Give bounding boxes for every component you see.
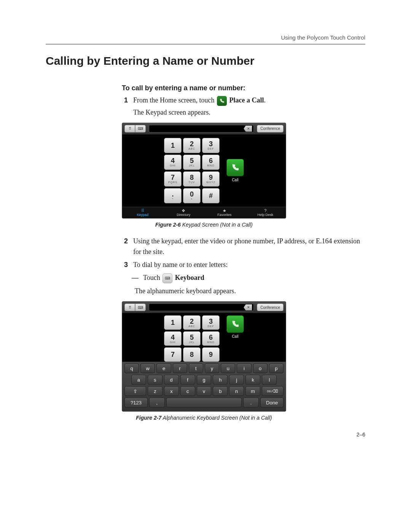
key-c[interactable]: c bbox=[180, 386, 195, 396]
key-n[interactable]: n bbox=[229, 386, 244, 396]
keypad-key-2[interactable]: 2ABC bbox=[183, 315, 201, 330]
keyboard-tab-button[interactable]: ⌨ bbox=[135, 125, 146, 133]
keypad-key-3[interactable]: 3DEF bbox=[202, 315, 220, 330]
step-1: 1 From the Home screen, touch Place a Ca… bbox=[122, 95, 365, 118]
figure-caption-2: Figure 2-7 Alphanumeric Keyboard Screen … bbox=[122, 415, 286, 421]
keypad-key-4[interactable]: 4GHI bbox=[164, 155, 182, 170]
step-text: Using the keypad, enter the video or pho… bbox=[133, 236, 365, 257]
page-title: Calling by Entering a Name or Number bbox=[46, 54, 365, 67]
key-b[interactable]: b bbox=[213, 386, 228, 396]
keyboard-icon: ⌨ bbox=[162, 273, 172, 283]
key-s[interactable]: s bbox=[148, 375, 162, 385]
tab-favorites[interactable]: ★Favorites bbox=[204, 207, 245, 218]
key-l[interactable]: l bbox=[262, 375, 277, 385]
call-label: Call bbox=[232, 178, 238, 182]
keypad-key-2[interactable]: 2ABC bbox=[183, 138, 201, 153]
step-3-bullet: — Touch ⌨ Keyboard bbox=[132, 272, 365, 283]
key-i[interactable]: i bbox=[237, 363, 251, 373]
keypad-tab-button[interactable]: ⠿ bbox=[124, 304, 135, 311]
procedure-heading: To call by entering a name or number: bbox=[122, 84, 365, 92]
keypad-key-3[interactable]: 3DEF bbox=[202, 138, 220, 153]
key-y[interactable]: y bbox=[205, 363, 219, 373]
tab-help-desk[interactable]: ?Help Desk bbox=[245, 207, 286, 218]
call-button[interactable] bbox=[226, 315, 244, 333]
key-w[interactable]: w bbox=[140, 363, 155, 373]
keypad-key-0[interactable]: 0+ bbox=[183, 188, 201, 203]
symbols-key[interactable]: ?123 bbox=[124, 398, 148, 407]
figure-keypad-screen: ⠿ ⌨ ✕ Conference 12ABC3DEF4GHI5JKL6MNO7P… bbox=[122, 123, 365, 219]
keypad-key-5[interactable]: 5JKL bbox=[183, 155, 201, 170]
keypad-key-5[interactable]: 5JKL bbox=[183, 331, 201, 346]
call-button[interactable] bbox=[226, 159, 244, 176]
call-label: Call bbox=[232, 334, 238, 339]
phone-icon bbox=[217, 96, 227, 106]
key-r[interactable]: r bbox=[173, 363, 187, 373]
key-u[interactable]: u bbox=[221, 363, 235, 373]
keypad-key-9[interactable]: 9WXYZ bbox=[202, 171, 220, 187]
step-text-line2: The Keypad screen appears. bbox=[133, 107, 365, 118]
keypad-key-8[interactable]: 8 bbox=[183, 347, 201, 362]
key-a[interactable]: a bbox=[131, 375, 146, 385]
conference-button[interactable]: Conference bbox=[257, 304, 284, 311]
space-key[interactable] bbox=[166, 398, 242, 407]
number-input[interactable]: ✕ bbox=[149, 304, 254, 311]
keypad-key-1[interactable]: 1 bbox=[164, 138, 182, 153]
backspace-button[interactable]: ✕ bbox=[244, 126, 252, 132]
keypad-key-.[interactable]: .* bbox=[164, 188, 182, 203]
key-m[interactable]: m bbox=[245, 386, 260, 396]
qwerty-keyboard: qwertyuiop asdfghjkl ⇧zxcvbnmDEL⌫ ?123,.… bbox=[122, 362, 286, 411]
key-g[interactable]: g bbox=[197, 375, 212, 385]
done-key[interactable]: Done bbox=[260, 398, 284, 407]
keypad-key-7[interactable]: 7PQRS bbox=[164, 171, 182, 187]
keypad-key-1[interactable]: 1 bbox=[164, 315, 182, 330]
step-3-result: The alphanumeric keyboard appears. bbox=[135, 286, 365, 297]
step-number: 2 bbox=[122, 236, 128, 257]
step-number: 3 bbox=[122, 260, 128, 270]
period-key[interactable]: . bbox=[243, 398, 259, 407]
keyboard-tab-button[interactable]: ⌨ bbox=[135, 304, 146, 311]
key-f[interactable]: f bbox=[180, 375, 195, 385]
number-input[interactable]: ✕ bbox=[149, 125, 254, 133]
key-p[interactable]: p bbox=[269, 363, 284, 373]
tab-keypad[interactable]: ⠿Keypad bbox=[122, 207, 163, 218]
keyboard-label: Keyboard bbox=[175, 274, 204, 281]
step-2: 2 Using the keypad, enter the video or p… bbox=[122, 236, 365, 257]
key-k[interactable]: k bbox=[245, 375, 260, 385]
keypad-key-6[interactable]: 6MNO bbox=[202, 155, 220, 170]
key-h[interactable]: h bbox=[213, 375, 228, 385]
keypad-key-9[interactable]: 9 bbox=[202, 347, 220, 362]
key-x[interactable]: x bbox=[164, 386, 179, 396]
place-call-label: Place a Call bbox=[229, 96, 264, 104]
step-number: 1 bbox=[122, 95, 128, 118]
step-text: From the Home screen, touch bbox=[133, 96, 216, 104]
header-rule bbox=[46, 44, 365, 45]
keypad-key-7[interactable]: 7 bbox=[164, 347, 182, 362]
running-header: Using the Polycom Touch Control bbox=[46, 34, 365, 41]
key-j[interactable]: j bbox=[229, 375, 244, 385]
page-number: 2–6 bbox=[46, 431, 365, 438]
key-v[interactable]: v bbox=[197, 386, 212, 396]
figure-caption-1: Figure 2-6 Keypad Screen (Not in a Call) bbox=[122, 222, 286, 228]
key-d[interactable]: d bbox=[164, 375, 179, 385]
keypad-key-#[interactable]: # bbox=[202, 188, 220, 203]
key-t[interactable]: t bbox=[189, 363, 203, 373]
keypad-key-4[interactable]: 4GHI bbox=[164, 331, 182, 346]
delete-key[interactable]: DEL⌫ bbox=[262, 386, 284, 396]
key-o[interactable]: o bbox=[253, 363, 268, 373]
conference-button[interactable]: Conference bbox=[257, 125, 284, 133]
shift-key[interactable]: ⇧ bbox=[124, 386, 146, 396]
step-3: 3 To dial by name or to enter letters: bbox=[122, 260, 365, 270]
keypad-tab-button[interactable]: ⠿ bbox=[124, 125, 135, 133]
key-z[interactable]: z bbox=[148, 386, 162, 396]
key-q[interactable]: q bbox=[124, 363, 139, 373]
comma-key[interactable]: , bbox=[149, 398, 165, 407]
tab-directory[interactable]: ❖Directory bbox=[163, 207, 204, 218]
figure-keyboard-screen: ⠿ ⌨ ✕ Conference 12ABC3DEF4GHI5JKL6MNO78… bbox=[122, 301, 365, 412]
keypad-key-8[interactable]: 8TUV bbox=[183, 171, 201, 187]
key-e[interactable]: e bbox=[156, 363, 171, 373]
backspace-button[interactable]: ✕ bbox=[244, 304, 252, 310]
step-text: To dial by name or to enter letters: bbox=[133, 260, 365, 270]
keypad-key-6[interactable]: 6MNO bbox=[202, 331, 220, 346]
